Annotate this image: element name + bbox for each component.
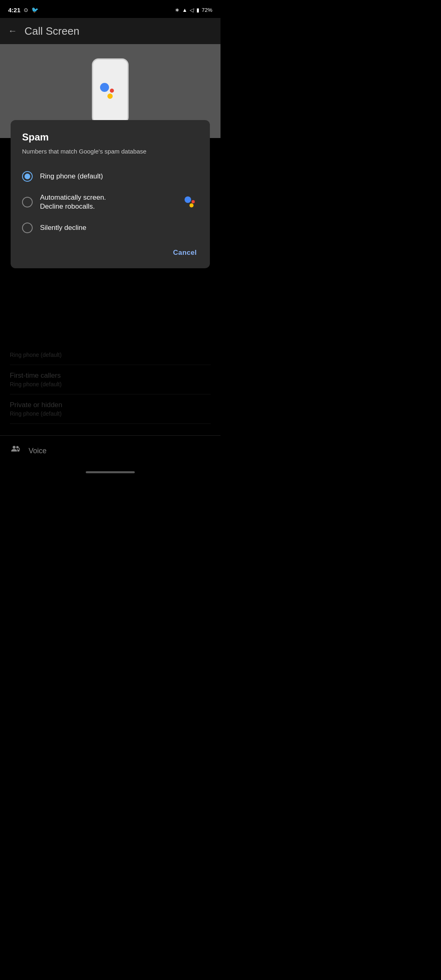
google-assistant-icon-small xyxy=(185,196,198,208)
svg-point-0 xyxy=(13,446,16,449)
option-silently-decline[interactable]: Silently decline xyxy=(22,217,198,239)
dot-red xyxy=(110,89,114,93)
voice-section: Voice xyxy=(0,435,220,478)
page-title: Call Screen xyxy=(24,25,79,38)
list-item-private-title: Private or hidden xyxy=(10,401,211,409)
status-time: 4:21 xyxy=(8,7,20,13)
dialog-title: Spam xyxy=(22,131,198,143)
back-button[interactable]: ← xyxy=(8,26,17,36)
home-indicator xyxy=(0,466,220,478)
status-right: ∗ ▲ ◁ ▮ 72% xyxy=(175,7,212,13)
option-ring-phone[interactable]: Ring phone (default) xyxy=(22,165,198,187)
radio-ring-phone[interactable] xyxy=(22,171,33,182)
list-item-spam-sub: Ring phone (default) xyxy=(10,352,211,358)
gds-dot-yellow xyxy=(189,203,194,207)
option-auto-screen-label: Automatically screen.Decline robocalls. xyxy=(40,193,185,211)
list-item-private: Private or hidden Ring phone (default) xyxy=(10,394,211,424)
list-item-first-time-title: First-time callers xyxy=(10,372,211,380)
list-item-private-sub: Ring phone (default) xyxy=(10,410,211,417)
bluetooth-icon: ∗ xyxy=(175,7,180,13)
voice-label: Voice xyxy=(29,447,47,455)
voice-icon xyxy=(10,444,21,458)
svg-point-1 xyxy=(16,446,19,448)
signal-icon: ◁ xyxy=(189,7,195,13)
header: ← Call Screen xyxy=(0,18,220,44)
status-bar: 4:21 ⊙ 🐦 ∗ ▲ ◁ ▮ 72% xyxy=(0,0,220,18)
dialog-actions: Cancel xyxy=(22,245,198,260)
voice-item[interactable]: Voice xyxy=(0,435,220,466)
google-assistant-logo xyxy=(100,83,120,99)
list-item-first-time: First-time callers Ring phone (default) xyxy=(10,365,211,394)
home-bar xyxy=(86,471,135,473)
battery-icon: ▮ xyxy=(196,7,199,13)
wifi-icon: ▲ xyxy=(182,7,187,13)
radio-silently-decline[interactable] xyxy=(22,223,33,233)
cancel-button[interactable]: Cancel xyxy=(172,245,198,260)
list-item-spam: Ring phone (default) xyxy=(10,344,211,365)
gds-dot-red xyxy=(192,200,195,203)
spam-dialog: Spam Numbers that match Google's spam da… xyxy=(11,120,210,268)
option-ring-phone-label: Ring phone (default) xyxy=(40,172,198,181)
dot-blue xyxy=(100,83,109,92)
twitter-icon: 🐦 xyxy=(31,7,38,13)
option-silently-decline-label: Silently decline xyxy=(40,223,198,232)
radio-auto-screen[interactable] xyxy=(22,197,33,207)
battery-percent: 72% xyxy=(202,7,212,13)
option-auto-screen[interactable]: Automatically screen.Decline robocalls. xyxy=(22,187,198,217)
record-icon: ⊙ xyxy=(24,7,28,13)
dot-yellow xyxy=(107,94,113,99)
phone-mockup xyxy=(92,58,129,124)
status-left: 4:21 ⊙ 🐦 xyxy=(8,7,38,13)
dialog-subtitle: Numbers that match Google's spam databas… xyxy=(22,147,198,156)
list-item-first-time-sub: Ring phone (default) xyxy=(10,381,211,388)
gds-dot-blue xyxy=(185,196,191,203)
